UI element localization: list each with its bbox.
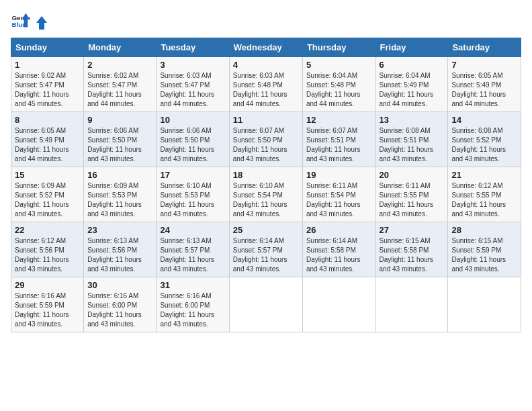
calendar-week-row: 22Sunrise: 6:12 AMSunset: 5:56 PMDayligh… xyxy=(11,222,521,277)
calendar-cell: 4Sunrise: 6:03 AMSunset: 5:48 PMDaylight… xyxy=(229,57,302,112)
calendar-header-row: SundayMondayTuesdayWednesdayThursdayFrid… xyxy=(11,38,521,57)
calendar-cell: 29Sunrise: 6:16 AMSunset: 5:59 PMDayligh… xyxy=(11,277,84,332)
logo-icon: General Blue xyxy=(11,11,30,30)
calendar-cell: 20Sunrise: 6:11 AMSunset: 5:55 PMDayligh… xyxy=(375,167,448,222)
calendar-weekday-monday: Monday xyxy=(84,38,157,57)
calendar-cell: 12Sunrise: 6:07 AMSunset: 5:51 PMDayligh… xyxy=(302,112,375,167)
day-info: Sunrise: 6:12 AMSunset: 5:56 PMDaylight:… xyxy=(15,237,69,273)
day-info: Sunrise: 6:03 AMSunset: 5:47 PMDaylight:… xyxy=(160,72,214,107)
day-info: Sunrise: 6:06 AMSunset: 5:50 PMDaylight:… xyxy=(87,127,142,163)
calendar-cell: 14Sunrise: 6:08 AMSunset: 5:52 PMDayligh… xyxy=(448,112,521,167)
day-info: Sunrise: 6:09 AMSunset: 5:52 PMDaylight:… xyxy=(15,182,69,218)
day-info: Sunrise: 6:11 AMSunset: 5:55 PMDaylight:… xyxy=(380,182,434,218)
calendar-cell: 26Sunrise: 6:14 AMSunset: 5:58 PMDayligh… xyxy=(302,222,375,277)
day-number: 9 xyxy=(87,115,152,125)
day-number: 26 xyxy=(306,225,372,235)
day-number: 24 xyxy=(160,225,225,235)
day-info: Sunrise: 6:13 AMSunset: 5:57 PMDaylight:… xyxy=(160,237,214,273)
day-number: 13 xyxy=(380,115,445,125)
calendar-cell: 10Sunrise: 6:06 AMSunset: 5:50 PMDayligh… xyxy=(157,112,229,167)
day-number: 31 xyxy=(160,280,225,290)
calendar-cell: 13Sunrise: 6:08 AMSunset: 5:51 PMDayligh… xyxy=(375,112,448,167)
calendar-cell: 19Sunrise: 6:11 AMSunset: 5:54 PMDayligh… xyxy=(302,167,375,222)
day-info: Sunrise: 6:10 AMSunset: 5:54 PMDaylight:… xyxy=(233,182,287,218)
calendar-cell: 27Sunrise: 6:15 AMSunset: 5:58 PMDayligh… xyxy=(375,222,448,277)
calendar-week-row: 1Sunrise: 6:02 AMSunset: 5:47 PMDaylight… xyxy=(11,57,521,112)
day-number: 23 xyxy=(87,225,152,235)
calendar-cell: 17Sunrise: 6:10 AMSunset: 5:53 PMDayligh… xyxy=(157,167,229,222)
calendar-weekday-friday: Friday xyxy=(375,38,448,57)
day-number: 25 xyxy=(233,225,299,235)
day-number: 4 xyxy=(233,60,299,70)
calendar-cell xyxy=(229,277,302,332)
calendar-cell xyxy=(448,277,521,332)
logo: General Blue xyxy=(11,11,50,30)
calendar-body: 1Sunrise: 6:02 AMSunset: 5:47 PMDaylight… xyxy=(11,57,521,332)
calendar-cell xyxy=(375,277,448,332)
calendar-weekday-tuesday: Tuesday xyxy=(157,38,229,57)
day-number: 22 xyxy=(15,225,80,235)
calendar-cell: 7Sunrise: 6:05 AMSunset: 5:49 PMDaylight… xyxy=(448,57,521,112)
day-number: 29 xyxy=(15,280,80,290)
day-info: Sunrise: 6:12 AMSunset: 5:55 PMDaylight:… xyxy=(451,182,506,218)
day-number: 10 xyxy=(160,115,225,125)
day-info: Sunrise: 6:04 AMSunset: 5:48 PMDaylight:… xyxy=(306,72,361,107)
calendar-cell: 1Sunrise: 6:02 AMSunset: 5:47 PMDaylight… xyxy=(11,57,84,112)
day-info: Sunrise: 6:16 AMSunset: 6:00 PMDaylight:… xyxy=(87,292,142,328)
day-info: Sunrise: 6:07 AMSunset: 5:50 PMDaylight:… xyxy=(233,127,287,163)
day-info: Sunrise: 6:09 AMSunset: 5:53 PMDaylight:… xyxy=(87,182,142,218)
calendar-weekday-thursday: Thursday xyxy=(302,38,375,57)
day-number: 27 xyxy=(380,225,445,235)
day-number: 3 xyxy=(160,60,225,70)
day-info: Sunrise: 6:13 AMSunset: 5:56 PMDaylight:… xyxy=(87,237,142,273)
day-number: 28 xyxy=(451,225,517,235)
calendar-week-row: 29Sunrise: 6:16 AMSunset: 5:59 PMDayligh… xyxy=(11,277,521,332)
day-info: Sunrise: 6:15 AMSunset: 5:59 PMDaylight:… xyxy=(451,237,506,273)
calendar-weekday-saturday: Saturday xyxy=(448,38,521,57)
calendar-cell: 15Sunrise: 6:09 AMSunset: 5:52 PMDayligh… xyxy=(11,167,84,222)
day-info: Sunrise: 6:02 AMSunset: 5:47 PMDaylight:… xyxy=(87,72,142,107)
day-info: Sunrise: 6:14 AMSunset: 5:58 PMDaylight:… xyxy=(306,237,361,273)
day-info: Sunrise: 6:16 AMSunset: 5:59 PMDaylight:… xyxy=(15,292,69,328)
day-number: 6 xyxy=(380,60,445,70)
calendar-week-row: 8Sunrise: 6:05 AMSunset: 5:49 PMDaylight… xyxy=(11,112,521,167)
day-number: 7 xyxy=(451,60,517,70)
calendar-cell: 22Sunrise: 6:12 AMSunset: 5:56 PMDayligh… xyxy=(11,222,84,277)
day-number: 19 xyxy=(306,170,372,180)
calendar-cell: 3Sunrise: 6:03 AMSunset: 5:47 PMDaylight… xyxy=(157,57,229,112)
calendar-cell: 8Sunrise: 6:05 AMSunset: 5:49 PMDaylight… xyxy=(11,112,84,167)
day-number: 8 xyxy=(15,115,80,125)
day-info: Sunrise: 6:03 AMSunset: 5:48 PMDaylight:… xyxy=(233,72,287,107)
page-header: General Blue xyxy=(11,11,521,30)
day-number: 20 xyxy=(380,170,445,180)
calendar-cell: 23Sunrise: 6:13 AMSunset: 5:56 PMDayligh… xyxy=(84,222,157,277)
day-info: Sunrise: 6:10 AMSunset: 5:53 PMDaylight:… xyxy=(160,182,214,218)
day-number: 21 xyxy=(451,170,517,180)
day-info: Sunrise: 6:15 AMSunset: 5:58 PMDaylight:… xyxy=(380,237,434,273)
day-number: 2 xyxy=(87,60,152,70)
day-info: Sunrise: 6:05 AMSunset: 5:49 PMDaylight:… xyxy=(451,72,506,107)
calendar-cell: 6Sunrise: 6:04 AMSunset: 5:49 PMDaylight… xyxy=(375,57,448,112)
day-number: 5 xyxy=(306,60,372,70)
day-info: Sunrise: 6:08 AMSunset: 5:52 PMDaylight:… xyxy=(451,127,506,163)
day-info: Sunrise: 6:04 AMSunset: 5:49 PMDaylight:… xyxy=(380,72,434,107)
day-info: Sunrise: 6:02 AMSunset: 5:47 PMDaylight:… xyxy=(15,72,69,107)
day-info: Sunrise: 6:14 AMSunset: 5:57 PMDaylight:… xyxy=(233,237,287,273)
calendar-cell: 21Sunrise: 6:12 AMSunset: 5:55 PMDayligh… xyxy=(448,167,521,222)
day-number: 11 xyxy=(233,115,299,125)
calendar-cell xyxy=(302,277,375,332)
day-number: 16 xyxy=(87,170,152,180)
day-info: Sunrise: 6:08 AMSunset: 5:51 PMDaylight:… xyxy=(380,127,434,163)
calendar-cell: 2Sunrise: 6:02 AMSunset: 5:47 PMDaylight… xyxy=(84,57,157,112)
logo-flag-icon xyxy=(34,15,50,31)
calendar-week-row: 15Sunrise: 6:09 AMSunset: 5:52 PMDayligh… xyxy=(11,167,521,222)
day-number: 1 xyxy=(15,60,80,70)
day-number: 14 xyxy=(451,115,517,125)
calendar-cell: 5Sunrise: 6:04 AMSunset: 5:48 PMDaylight… xyxy=(302,57,375,112)
calendar-cell: 24Sunrise: 6:13 AMSunset: 5:57 PMDayligh… xyxy=(157,222,229,277)
calendar-cell: 9Sunrise: 6:06 AMSunset: 5:50 PMDaylight… xyxy=(84,112,157,167)
day-number: 30 xyxy=(87,280,152,290)
day-info: Sunrise: 6:05 AMSunset: 5:49 PMDaylight:… xyxy=(15,127,69,163)
calendar-cell: 11Sunrise: 6:07 AMSunset: 5:50 PMDayligh… xyxy=(229,112,302,167)
calendar-cell: 16Sunrise: 6:09 AMSunset: 5:53 PMDayligh… xyxy=(84,167,157,222)
